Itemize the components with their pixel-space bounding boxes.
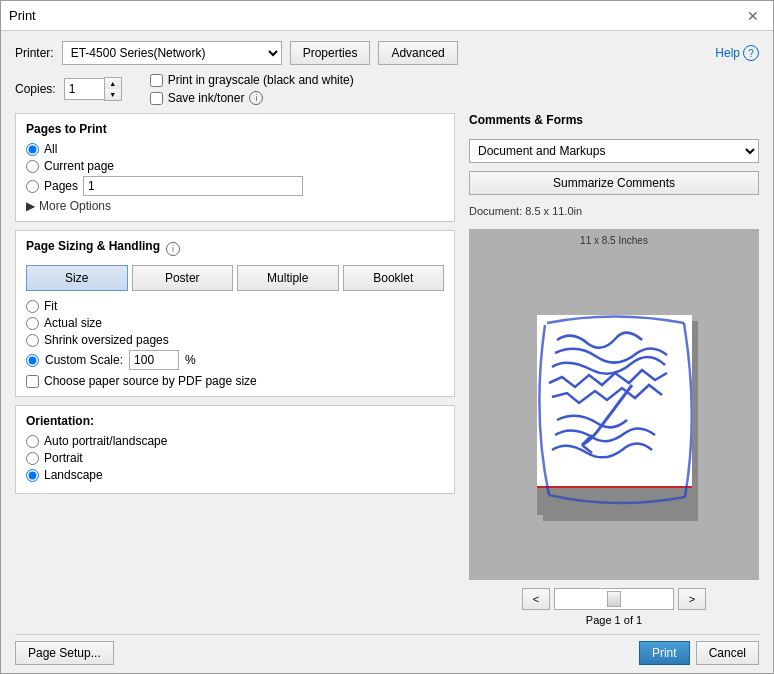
custom-scale-radio[interactable]	[26, 354, 39, 367]
main-content: Pages to Print All Current page Pages	[15, 113, 759, 626]
dialog-title: Print	[9, 8, 36, 23]
shrink-option[interactable]: Shrink oversized pages	[26, 333, 444, 347]
ink-checkbox[interactable]	[150, 92, 163, 105]
printer-row: Printer: ET-4500 Series(Network) Propert…	[15, 41, 759, 65]
page-sizing-info-icon[interactable]: i	[166, 242, 180, 256]
cancel-button[interactable]: Cancel	[696, 641, 759, 665]
fit-option[interactable]: Fit	[26, 299, 444, 313]
more-options-chevron: ▶	[26, 199, 35, 213]
fit-label: Fit	[44, 299, 57, 313]
booklet-button[interactable]: Booklet	[343, 265, 445, 291]
auto-orient-option[interactable]: Auto portrait/landscape	[26, 434, 444, 448]
orientation-section: Orientation: Auto portrait/landscape Por…	[15, 405, 455, 494]
preview-inner	[537, 315, 692, 515]
grayscale-checkbox[interactable]	[150, 74, 163, 87]
all-pages-radio[interactable]	[26, 143, 39, 156]
copies-up[interactable]: ▲	[105, 78, 121, 89]
actual-size-option[interactable]: Actual size	[26, 316, 444, 330]
ink-info-icon[interactable]: i	[249, 91, 263, 105]
bottom-row: Page Setup... Print Cancel	[15, 634, 759, 665]
dialog-body: Printer: ET-4500 Series(Network) Propert…	[1, 31, 773, 673]
nav-row: < >	[469, 588, 759, 610]
close-button[interactable]: ✕	[741, 6, 765, 26]
checkboxes: Print in grayscale (black and white) Sav…	[150, 73, 354, 105]
multiple-button[interactable]: Multiple	[237, 265, 339, 291]
pages-range-row: Pages	[26, 176, 444, 196]
advanced-button[interactable]: Advanced	[378, 41, 457, 65]
fit-radio[interactable]	[26, 300, 39, 313]
landscape-option[interactable]: Landscape	[26, 468, 444, 482]
auto-orient-radio[interactable]	[26, 435, 39, 448]
page-sizing-title: Page Sizing & Handling	[26, 239, 160, 253]
printer-label: Printer:	[15, 46, 54, 60]
pages-range-radio[interactable]	[26, 180, 39, 193]
pdf-source-label: Choose paper source by PDF page size	[44, 374, 257, 388]
custom-scale-unit: %	[185, 353, 196, 367]
action-buttons: Print Cancel	[639, 641, 759, 665]
svg-rect-1	[537, 487, 692, 515]
ink-option[interactable]: Save ink/toner i	[150, 91, 354, 105]
print-dialog: Print ✕ Printer: ET-4500 Series(Network)…	[0, 0, 774, 674]
print-button[interactable]: Print	[639, 641, 690, 665]
pages-to-print-title: Pages to Print	[26, 122, 444, 136]
copies-down[interactable]: ▼	[105, 89, 121, 100]
prev-page-button[interactable]: <	[522, 588, 550, 610]
preview-container	[537, 315, 692, 515]
poster-button[interactable]: Poster	[132, 265, 234, 291]
portrait-label: Portrait	[44, 451, 83, 465]
actual-size-label: Actual size	[44, 316, 102, 330]
current-page-radio[interactable]	[26, 160, 39, 173]
left-panel: Pages to Print All Current page Pages	[15, 113, 455, 626]
custom-scale-row: Custom Scale: %	[26, 350, 444, 370]
all-pages-label: All	[44, 142, 57, 156]
page-sizing-section: Page Sizing & Handling i Size Poster Mul…	[15, 230, 455, 397]
pages-range-input[interactable]	[83, 176, 303, 196]
orientation-title: Orientation:	[26, 414, 444, 428]
comments-forms-section: Comments & Forms Document and Markups Su…	[469, 113, 759, 217]
current-page-option[interactable]: Current page	[26, 159, 444, 173]
copies-row: Copies: ▲ ▼ Print in grayscale (black an…	[15, 73, 759, 105]
printer-dropdown[interactable]: ET-4500 Series(Network)	[62, 41, 282, 65]
portrait-option[interactable]: Portrait	[26, 451, 444, 465]
help-link[interactable]: Help ?	[715, 45, 759, 61]
pages-to-print-section: Pages to Print All Current page Pages	[15, 113, 455, 222]
auto-orient-label: Auto portrait/landscape	[44, 434, 167, 448]
help-label: Help	[715, 46, 740, 60]
copies-input-wrap: ▲ ▼	[64, 77, 122, 101]
copies-input[interactable]	[64, 78, 104, 100]
actual-size-radio[interactable]	[26, 317, 39, 330]
summarize-button[interactable]: Summarize Comments	[469, 171, 759, 195]
size-button[interactable]: Size	[26, 265, 128, 291]
custom-scale-input[interactable]	[129, 350, 179, 370]
portrait-radio[interactable]	[26, 452, 39, 465]
copies-label: Copies:	[15, 82, 56, 96]
doc-info: Document: 8.5 x 11.0in	[469, 205, 759, 217]
shrink-radio[interactable]	[26, 334, 39, 347]
nav-thumb	[607, 591, 621, 607]
pdf-source-option[interactable]: Choose paper source by PDF page size	[26, 374, 444, 388]
sizing-buttons: Size Poster Multiple Booklet	[26, 265, 444, 291]
copies-spinner: ▲ ▼	[104, 77, 122, 101]
landscape-label: Landscape	[44, 468, 103, 482]
landscape-radio[interactable]	[26, 469, 39, 482]
shrink-label: Shrink oversized pages	[44, 333, 169, 347]
next-page-button[interactable]: >	[678, 588, 706, 610]
pdf-source-checkbox[interactable]	[26, 375, 39, 388]
page-setup-button[interactable]: Page Setup...	[15, 641, 114, 665]
custom-scale-label: Custom Scale:	[45, 353, 123, 367]
pages-label: Pages	[44, 179, 78, 193]
title-bar: Print ✕	[1, 1, 773, 31]
page-info: Page 1 of 1	[469, 614, 759, 626]
ink-label: Save ink/toner	[168, 91, 245, 105]
properties-button[interactable]: Properties	[290, 41, 371, 65]
help-icon: ?	[743, 45, 759, 61]
comments-forms-title: Comments & Forms	[469, 113, 759, 127]
comments-dropdown[interactable]: Document and Markups	[469, 139, 759, 163]
more-options[interactable]: ▶ More Options	[26, 199, 444, 213]
preview-size-label: 11 x 8.5 Inches	[580, 235, 648, 246]
preview-area: 11 x 8.5 Inches	[469, 229, 759, 580]
all-pages-option[interactable]: All	[26, 142, 444, 156]
preview-canvas	[537, 315, 692, 515]
grayscale-option[interactable]: Print in grayscale (black and white)	[150, 73, 354, 87]
nav-slider[interactable]	[554, 588, 674, 610]
